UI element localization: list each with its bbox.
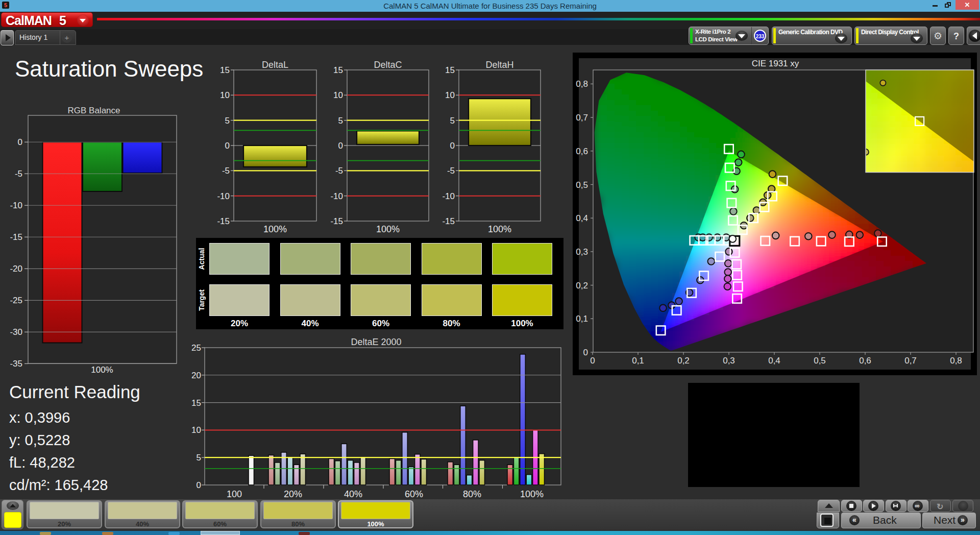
- svg-text:0,2: 0,2: [677, 356, 690, 366]
- svg-text:5: 5: [197, 453, 201, 463]
- svg-text:-35: -35: [10, 359, 22, 369]
- svg-text:10: 10: [220, 90, 230, 100]
- svg-text:-15: -15: [217, 216, 230, 226]
- svg-text:0,5: 0,5: [814, 356, 826, 366]
- svg-text:15: 15: [220, 65, 230, 75]
- svg-text:-30: -30: [10, 327, 22, 337]
- svg-text:0,6: 0,6: [576, 147, 588, 156]
- svg-text:RGB Balance: RGB Balance: [68, 106, 120, 115]
- svg-text:80%: 80%: [463, 489, 481, 499]
- svg-text:CIE 1931 xy: CIE 1931 xy: [752, 59, 799, 68]
- svg-text:0: 0: [18, 137, 22, 147]
- svg-text:DeltaC: DeltaC: [374, 60, 402, 70]
- svg-text:DeltaE 2000: DeltaE 2000: [351, 337, 401, 347]
- svg-text:-10: -10: [330, 191, 343, 201]
- svg-text:0,2: 0,2: [576, 281, 588, 290]
- svg-text:-15: -15: [330, 216, 343, 226]
- svg-text:0: 0: [338, 141, 343, 151]
- svg-text:0: 0: [197, 480, 201, 490]
- svg-text:0: 0: [590, 356, 595, 366]
- svg-text:100%: 100%: [376, 224, 400, 234]
- svg-text:100: 100: [227, 489, 242, 499]
- svg-text:15: 15: [333, 65, 343, 75]
- svg-text:10: 10: [333, 90, 343, 100]
- svg-text:DeltaH: DeltaH: [485, 60, 513, 70]
- svg-text:100%: 100%: [520, 489, 544, 499]
- svg-text:15: 15: [445, 65, 455, 75]
- svg-text:60%: 60%: [405, 489, 423, 499]
- svg-text:5: 5: [338, 116, 343, 126]
- svg-text:-10: -10: [217, 191, 230, 201]
- svg-text:-5: -5: [222, 166, 230, 176]
- svg-text:-5: -5: [447, 166, 455, 176]
- svg-text:100%: 100%: [263, 224, 287, 234]
- svg-text:0,8: 0,8: [950, 356, 962, 366]
- svg-text:15: 15: [191, 398, 201, 408]
- svg-text:-5: -5: [15, 169, 22, 179]
- svg-text:DeltaL: DeltaL: [262, 60, 288, 70]
- svg-text:10: 10: [445, 90, 455, 100]
- svg-text:-10: -10: [442, 191, 455, 201]
- svg-text:0,7: 0,7: [904, 356, 917, 366]
- svg-text:-10: -10: [10, 201, 22, 210]
- svg-text:0,7: 0,7: [576, 113, 588, 123]
- svg-text:-20: -20: [10, 264, 22, 274]
- svg-text:0,5: 0,5: [576, 180, 588, 190]
- svg-text:0: 0: [225, 141, 230, 151]
- svg-text:20: 20: [191, 371, 201, 380]
- svg-text:0,3: 0,3: [723, 356, 735, 366]
- svg-text:40%: 40%: [344, 489, 362, 499]
- svg-text:-5: -5: [335, 166, 343, 176]
- svg-text:0: 0: [583, 348, 588, 357]
- svg-text:0,4: 0,4: [768, 356, 780, 366]
- svg-text:20%: 20%: [284, 489, 302, 499]
- svg-text:-15: -15: [442, 216, 455, 226]
- svg-text:5: 5: [225, 116, 230, 126]
- svg-text:5: 5: [450, 116, 455, 126]
- svg-text:25: 25: [191, 343, 201, 353]
- svg-text:10: 10: [191, 425, 201, 435]
- svg-text:0,1: 0,1: [576, 314, 588, 324]
- svg-text:100%: 100%: [488, 224, 511, 234]
- svg-text:-15: -15: [10, 232, 22, 242]
- svg-text:100%: 100%: [91, 365, 113, 375]
- svg-text:0,6: 0,6: [859, 356, 871, 366]
- svg-text:0,8: 0,8: [576, 79, 588, 89]
- svg-text:0,4: 0,4: [576, 213, 588, 223]
- svg-text:0,3: 0,3: [576, 247, 588, 257]
- svg-text:-25: -25: [10, 296, 22, 305]
- svg-text:0: 0: [450, 141, 455, 151]
- svg-text:0,1: 0,1: [632, 356, 644, 366]
